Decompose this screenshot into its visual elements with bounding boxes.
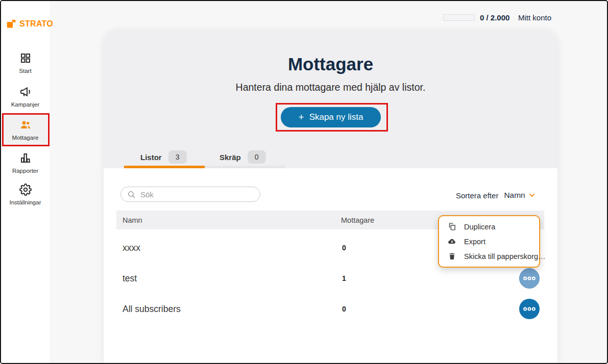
- sidebar-item-label: Mottagare: [12, 135, 39, 141]
- sidebar-item-label: Inställningar: [9, 199, 41, 205]
- search-box[interactable]: [120, 187, 260, 202]
- sidebar-item-rapporter[interactable]: Rapporter: [1, 152, 50, 174]
- list-name[interactable]: All subscribers: [123, 304, 181, 315]
- sidebar-item-label: Rapporter: [12, 168, 38, 174]
- card-header-area: [104, 30, 557, 168]
- sidebar-item-start[interactable]: Start: [1, 52, 50, 74]
- menu-item-label: Skicka till papperskorg…: [464, 252, 546, 261]
- active-tab-underline: [124, 166, 205, 168]
- sidebar-item-label: Start: [19, 68, 31, 74]
- strato-logo[interactable]: STRATO: [6, 18, 53, 29]
- recipient-count: 1: [342, 274, 346, 282]
- sort-dropdown[interactable]: Namn: [504, 191, 534, 200]
- quota-progress-bar: [443, 14, 475, 21]
- sidebar-item-mottagare[interactable]: Mottagare: [1, 119, 50, 141]
- inactive-tab-underline: [205, 166, 285, 168]
- tab-label: Skräp: [220, 153, 241, 162]
- column-header-recipients: Mottagare: [341, 216, 374, 224]
- sidebar: STRATO Start Kampanjer Mottag: [1, 1, 50, 363]
- recipient-count: 0: [342, 244, 346, 252]
- strato-logo-icon: [6, 18, 17, 29]
- menu-item-move-to-trash[interactable]: Skicka till papperskorg…: [439, 249, 539, 264]
- sort-value: Namn: [504, 191, 525, 200]
- duplicate-icon: [448, 222, 456, 231]
- tab-label: Listor: [140, 153, 162, 162]
- tab-count-badge: 0: [248, 150, 266, 164]
- bar-chart-icon: [19, 152, 32, 164]
- quota-text: 0 / 2.000: [480, 13, 509, 22]
- app-window: STRATO Start Kampanjer Mottag: [0, 0, 608, 364]
- strato-logo-text: STRATO: [19, 19, 53, 29]
- menu-item-duplicate[interactable]: Duplicera: [439, 219, 539, 234]
- sort-label: Sortera efter: [456, 191, 498, 200]
- sidebar-item-kampanjer[interactable]: Kampanjer: [1, 86, 50, 108]
- my-account-link[interactable]: Mitt konto: [518, 13, 551, 22]
- row-actions-context-menu: Duplicera Export Skicka till papperskorg…: [438, 215, 540, 268]
- page-subtitle: Hantera dina mottagare med hjälp av list…: [104, 82, 557, 93]
- menu-item-label: Duplicera: [464, 223, 495, 231]
- cloud-download-icon: [448, 237, 456, 246]
- people-icon: [19, 119, 32, 131]
- tab-skrap[interactable]: Skräp 0: [220, 150, 266, 164]
- list-name[interactable]: xxxx: [123, 243, 140, 253]
- page-title: Mottagare: [104, 54, 557, 74]
- dashboard-icon: [19, 52, 32, 64]
- sort-control: Sortera efter Namn: [456, 191, 535, 200]
- tab-count-badge: 3: [168, 150, 187, 164]
- create-list-button-label: Skapa ny lista: [309, 112, 363, 122]
- search-icon: [127, 190, 136, 199]
- gear-icon: [19, 184, 32, 196]
- chevron-down-icon: [529, 193, 535, 197]
- tab-listor[interactable]: Listor 3: [140, 150, 187, 164]
- trash-icon: [448, 252, 456, 261]
- menu-item-label: Export: [464, 238, 485, 246]
- list-name[interactable]: test: [123, 273, 137, 284]
- row-actions-button[interactable]: [519, 299, 540, 319]
- menu-item-export[interactable]: Export: [439, 234, 539, 249]
- create-list-button[interactable]: + Skapa ny lista: [281, 107, 381, 127]
- recipient-count: 0: [342, 305, 346, 313]
- megaphone-icon: [19, 86, 32, 98]
- table-row[interactable]: test 1: [116, 263, 544, 294]
- ellipsis-icon: [523, 306, 536, 311]
- sidebar-item-label: Kampanjer: [11, 101, 40, 108]
- sidebar-item-installningar[interactable]: Inställningar: [1, 184, 50, 205]
- column-header-name: Namn: [123, 216, 142, 224]
- ellipsis-icon: [523, 276, 536, 281]
- search-input[interactable]: [140, 190, 254, 199]
- plus-icon: +: [299, 112, 304, 123]
- row-actions-button[interactable]: [519, 268, 540, 289]
- table-row[interactable]: All subscribers 0: [116, 294, 544, 324]
